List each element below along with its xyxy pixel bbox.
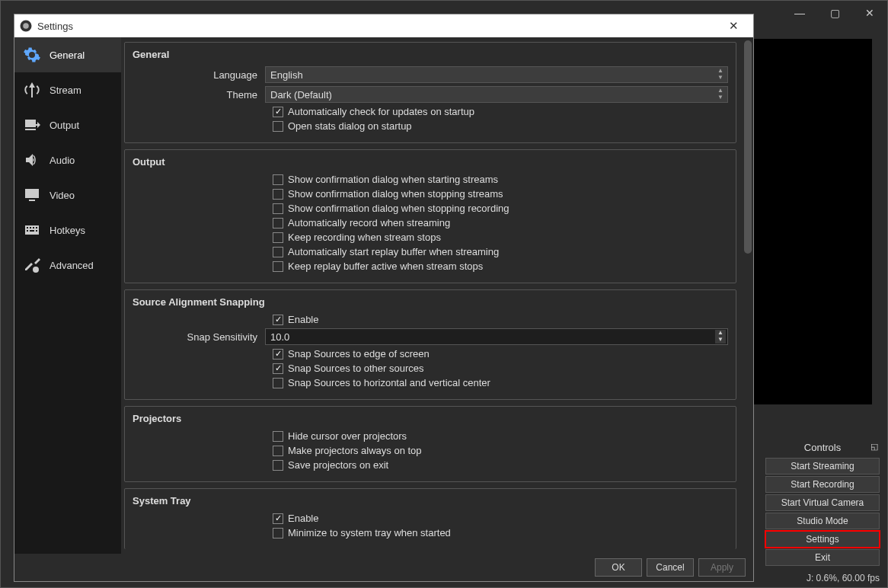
checkbox-label: Keep recording when stream stops xyxy=(288,232,441,243)
checkbox-label: Automatically start replay buffer when s… xyxy=(288,246,499,257)
sidebar-item-label: Video xyxy=(50,190,75,201)
confirm-stop-record-checkbox[interactable] xyxy=(273,203,283,214)
open-stats-label: Open stats dialog on startup xyxy=(288,120,412,132)
sidebar-item-audio[interactable]: Audio xyxy=(14,142,121,177)
auto-record-checkbox[interactable] xyxy=(273,218,283,228)
tray-enable-checkbox[interactable] xyxy=(273,513,283,524)
sidebar-item-general[interactable]: General xyxy=(14,37,121,72)
sidebar-item-video[interactable]: Video xyxy=(14,177,121,213)
sidebar-item-hotkeys[interactable]: Hotkeys xyxy=(14,213,121,248)
sidebar-item-label: Advanced xyxy=(50,260,94,271)
checkbox-label: Enable xyxy=(288,513,318,524)
theme-select[interactable]: Dark (Default) ▲▼ xyxy=(265,86,728,103)
theme-label: Theme xyxy=(133,89,265,101)
group-title: System Tray xyxy=(133,495,728,507)
minimize-button[interactable]: — xyxy=(782,1,817,25)
scrollbar-thumb[interactable] xyxy=(744,40,752,254)
group-system-tray: System Tray Enable Minimize to system tr… xyxy=(124,488,736,549)
settings-content: General Language English ▲▼ Theme xyxy=(121,37,743,554)
language-value: English xyxy=(270,69,303,81)
spinner-icon[interactable]: ▲▼ xyxy=(715,330,726,344)
confirm-stop-stream-checkbox[interactable] xyxy=(273,189,283,200)
close-button[interactable]: ✕ xyxy=(852,1,887,25)
sidebar-item-label: Output xyxy=(50,120,79,131)
always-top-checkbox[interactable] xyxy=(273,446,283,456)
group-snapping: Source Alignment Snapping Enable Snap Se… xyxy=(124,289,736,400)
popout-icon[interactable]: ◱ xyxy=(870,442,878,452)
controls-panel: Controls ◱ Start Streaming Start Recordi… xyxy=(765,439,880,566)
sidebar-item-label: Stream xyxy=(50,85,81,96)
sidebar-item-stream[interactable]: Stream xyxy=(14,72,121,107)
exit-button[interactable]: Exit xyxy=(765,549,880,566)
keep-replay-checkbox[interactable] xyxy=(273,261,283,272)
dialog-titlebar[interactable]: Settings ✕ xyxy=(14,14,753,37)
checkbox-label: Keep replay buffer active when stream st… xyxy=(288,260,483,272)
checkbox-label: Show confirmation dialog when starting s… xyxy=(288,174,498,185)
auto-update-label: Automatically check for updates on start… xyxy=(288,106,474,117)
auto-update-checkbox[interactable] xyxy=(273,107,283,117)
start-recording-button[interactable]: Start Recording xyxy=(765,476,880,493)
checkbox-label: Show confirmation dialog when stopping s… xyxy=(288,188,503,200)
group-projectors: Projectors Hide cursor over projectors M… xyxy=(124,406,736,482)
checkbox-label: Show confirmation dialog when stopping r… xyxy=(288,203,509,214)
maximize-button[interactable]: ▢ xyxy=(817,1,852,25)
updown-icon: ▲▼ xyxy=(715,88,726,101)
hide-cursor-checkbox[interactable] xyxy=(273,431,283,442)
dialog-button-bar: OK Cancel Apply xyxy=(14,554,753,581)
checkbox-label: Enable xyxy=(288,314,318,325)
snap-sources-checkbox[interactable] xyxy=(273,363,283,374)
group-title: General xyxy=(133,49,728,60)
dialog-close-button[interactable]: ✕ xyxy=(718,15,749,37)
confirm-start-stream-checkbox[interactable] xyxy=(273,174,283,185)
snap-center-checkbox[interactable] xyxy=(273,378,283,388)
sidebar-item-output[interactable]: Output xyxy=(14,107,121,142)
sidebar-item-label: Audio xyxy=(50,155,75,166)
auto-replay-checkbox[interactable] xyxy=(273,247,283,257)
status-text: J: 0.6%, 60.00 fps xyxy=(807,573,880,583)
studio-mode-button[interactable]: Studio Mode xyxy=(765,513,880,529)
snap-sensitivity-input[interactable]: 10.0 ▲▼ xyxy=(265,328,728,345)
open-stats-checkbox[interactable] xyxy=(273,121,283,132)
group-output: Output Show confirmation dialog when sta… xyxy=(124,149,736,283)
monitor-icon xyxy=(22,185,42,205)
obs-icon xyxy=(19,19,33,33)
language-select[interactable]: English ▲▼ xyxy=(265,66,728,83)
tray-minimize-checkbox[interactable] xyxy=(273,528,283,538)
group-title: Projectors xyxy=(133,413,728,424)
keep-recording-checkbox[interactable] xyxy=(273,232,283,243)
checkbox-label: Make projectors always on top xyxy=(288,445,422,456)
keyboard-icon xyxy=(22,220,42,240)
snap-sensitivity-label: Snap Sensitivity xyxy=(133,331,265,343)
save-exit-checkbox[interactable] xyxy=(273,460,283,471)
snapping-enable-checkbox[interactable] xyxy=(273,315,283,325)
sidebar-item-advanced[interactable]: Advanced xyxy=(14,248,121,283)
tools-icon xyxy=(22,255,42,275)
controls-title-label: Controls xyxy=(804,442,841,453)
sidebar-item-label: General xyxy=(50,50,85,61)
snap-edge-checkbox[interactable] xyxy=(273,349,283,360)
cancel-button[interactable]: Cancel xyxy=(647,558,694,577)
ok-button[interactable]: OK xyxy=(595,558,642,577)
checkbox-label: Snap Sources to other sources xyxy=(288,363,424,374)
checkbox-label: Snap Sources to edge of screen xyxy=(288,348,430,360)
group-title: Output xyxy=(133,156,728,168)
dialog-title: Settings xyxy=(37,21,73,32)
checkbox-label: Snap Sources to horizontal and vertical … xyxy=(288,377,490,388)
scrollbar[interactable] xyxy=(743,37,753,554)
checkbox-label: Automatically record when streaming xyxy=(288,217,450,228)
settings-dialog: Settings ✕ General Stream Output Audio xyxy=(14,14,754,582)
start-streaming-button[interactable]: Start Streaming xyxy=(765,458,880,475)
settings-sidebar: General Stream Output Audio Video Hotkey… xyxy=(14,37,121,554)
checkbox-label: Hide cursor over projectors xyxy=(288,430,407,442)
speaker-icon xyxy=(22,150,42,170)
sidebar-item-label: Hotkeys xyxy=(50,225,85,236)
snap-sensitivity-value: 10.0 xyxy=(270,331,289,343)
checkbox-label: Save projectors on exit xyxy=(288,459,388,471)
theme-value: Dark (Default) xyxy=(270,89,332,101)
svg-point-1 xyxy=(23,23,29,29)
group-general: General Language English ▲▼ Theme xyxy=(124,42,736,143)
start-virtual-camera-button[interactable]: Start Virtual Camera xyxy=(765,494,880,511)
apply-button: Apply xyxy=(698,558,746,577)
updown-icon: ▲▼ xyxy=(715,68,726,81)
settings-button[interactable]: Settings xyxy=(765,531,880,548)
